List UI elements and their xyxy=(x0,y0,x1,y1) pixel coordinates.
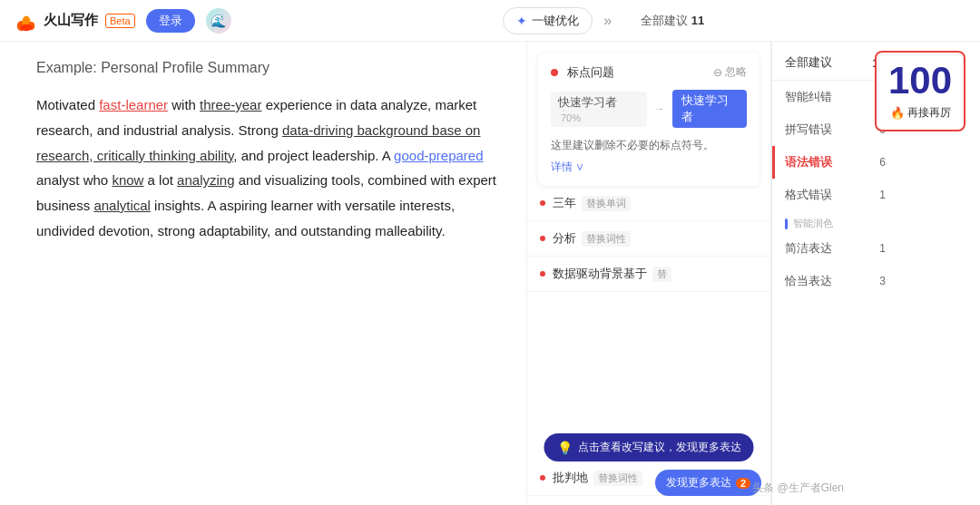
subcategory-label: 恰当表达 xyxy=(785,273,832,289)
optimize-button[interactable]: ✦ 一键优化 xyxy=(503,7,593,34)
row-dot xyxy=(540,271,545,277)
category-label: 格式错误 xyxy=(785,187,832,203)
category-label: 拼写错误 xyxy=(785,121,832,138)
row-word: 分析 xyxy=(553,230,576,247)
word-arrow: → xyxy=(654,102,665,115)
card-type-label: 标点问题 xyxy=(567,65,614,79)
nav-center: ✦ 一键优化 » 全部建议 11 xyxy=(242,7,965,34)
editor-panel: Example: Personal Profile Summary Motiva… xyxy=(0,42,526,505)
ignore-button[interactable]: ⊖ 忽略 xyxy=(713,64,747,80)
right-subcategory-1[interactable]: 恰当表达 3 xyxy=(772,265,898,297)
row-dot xyxy=(540,236,545,241)
login-button[interactable]: 登录 xyxy=(146,9,195,33)
right-section-title: 智能润色 xyxy=(772,211,898,232)
doc-body: Motivated fast-learner with three-year e… xyxy=(36,92,499,244)
text-fast-learner: fast-learner xyxy=(99,97,168,112)
text-good-prepared: good-prepared xyxy=(394,148,483,163)
card-header: 标点问题 ⊖ 忽略 xyxy=(551,63,747,81)
score-box: 100 🔥 再接再厉 xyxy=(875,51,965,131)
logo-area: 火山写作 Beta xyxy=(15,9,135,33)
word-original: 快速学习者 70% xyxy=(551,92,647,127)
text-with: with xyxy=(168,97,200,112)
beta-badge: Beta xyxy=(105,14,135,28)
text-analytical: analytical xyxy=(93,198,151,213)
card-type: 标点问题 xyxy=(551,63,614,81)
text-and: , and project leadership. A xyxy=(233,148,394,163)
score-sub: 🔥 再接再厉 xyxy=(886,105,955,121)
text-alot: a lot xyxy=(143,172,177,188)
row-word: 三年 xyxy=(553,195,576,211)
subcategory-count: 1 xyxy=(879,242,886,255)
suggestion-card: 标点问题 ⊖ 忽略 快速学习者 70% → 快速学习者 这里建议删除不必要的标点… xyxy=(538,53,760,186)
category-label: 智能纠错 xyxy=(785,89,832,105)
watermark: 头条 @生产者Glen xyxy=(752,481,844,496)
row-tag: 替 xyxy=(652,267,671,282)
word-options: 快速学习者 70% → 快速学习者 xyxy=(551,90,747,128)
suggestions-label: 全部建议 11 xyxy=(641,13,704,29)
row-word: 批判地 xyxy=(553,470,588,486)
subcategory-label: 简洁表达 xyxy=(785,240,832,257)
score-number: 100 xyxy=(886,60,955,102)
right-category-2[interactable]: 语法错误 6 xyxy=(772,146,898,179)
text-three-year: three-year xyxy=(200,97,261,112)
main-area: Example: Personal Profile Summary Motiva… xyxy=(0,42,980,505)
circle-x-icon: ⊖ xyxy=(713,66,722,79)
category-count: 1 xyxy=(879,189,886,201)
right-category-3[interactable]: 格式错误 1 xyxy=(772,179,898,211)
doc-title: Example: Personal Profile Summary xyxy=(36,60,499,76)
suggestion-row-0[interactable]: 三年 替换单词 xyxy=(527,186,770,221)
detail-link[interactable]: 详情 ∨ xyxy=(551,160,747,175)
suggestion-row-1[interactable]: 分析 替换词性 xyxy=(527,221,770,257)
fire-icon: 🔥 xyxy=(890,106,905,120)
svg-point-3 xyxy=(21,24,33,30)
right-header-label: 全部建议 xyxy=(785,54,832,71)
row-word: 数据驱动背景基于 xyxy=(553,266,647,282)
text-analyzing: analyzing xyxy=(177,172,234,188)
category-label: 语法错误 xyxy=(785,154,832,170)
subcategory-count: 3 xyxy=(879,275,886,287)
text-analyst: analyst who xyxy=(36,172,112,188)
tooltip-bar: 💡 点击查看改写建议，发现更多表达 xyxy=(544,433,754,461)
text-know: know xyxy=(112,172,143,188)
category-count: 6 xyxy=(879,156,886,169)
row-dot xyxy=(540,200,545,206)
row-tag: 替换单词 xyxy=(582,196,631,211)
row-tag: 替换词性 xyxy=(593,471,642,486)
suggestion-row-2[interactable]: 数据驱动背景基于 替 xyxy=(527,257,770,292)
word-suggested[interactable]: 快速学习者 xyxy=(672,90,747,128)
star-icon: ✦ xyxy=(516,14,527,28)
avatar[interactable]: 🌊 xyxy=(206,8,231,34)
original-tag: 70% xyxy=(561,112,581,123)
suggestion-panel: 标点问题 ⊖ 忽略 快速学习者 70% → 快速学习者 这里建议删除不必要的标点… xyxy=(526,42,771,505)
discover-badge: 2 xyxy=(736,478,750,489)
card-dot xyxy=(551,69,558,76)
logo-icon xyxy=(15,9,38,33)
suggestion-desc: 这里建议删除不必要的标点符号。 xyxy=(551,137,747,154)
arrow-button[interactable]: » xyxy=(600,13,615,29)
text-motivated: Motivated xyxy=(36,97,99,112)
logo-text: 火山写作 xyxy=(44,12,98,29)
bulb-icon: 💡 xyxy=(557,441,573,455)
discover-button[interactable]: 发现更多表达 2 xyxy=(655,470,761,496)
row-dot xyxy=(540,475,545,481)
row-tag: 替换词性 xyxy=(582,231,631,247)
top-nav: 火山写作 Beta 登录 🌊 ✦ 一键优化 » 全部建议 11 xyxy=(0,0,980,42)
right-subcategory-0[interactable]: 简洁表达 1 xyxy=(772,232,898,265)
